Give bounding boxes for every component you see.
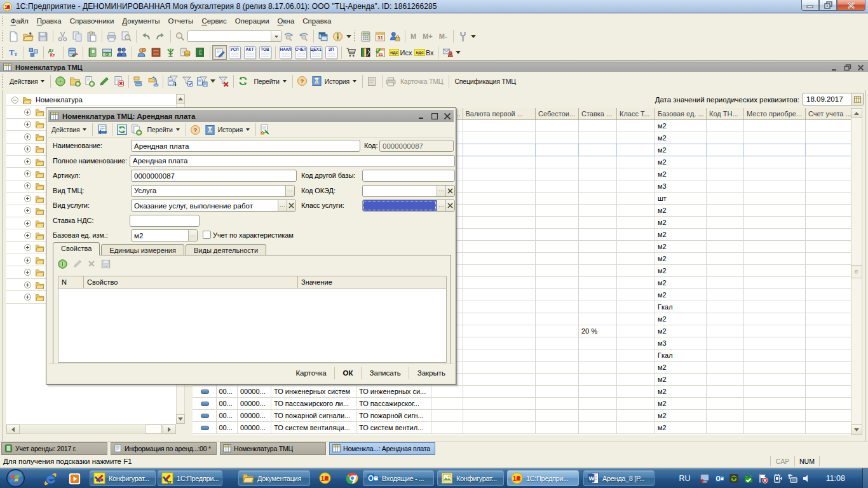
expand-icon[interactable] [24,220,31,227]
prop-add-button[interactable] [57,259,68,269]
memory-button-М-[interactable]: М- [436,32,451,40]
edit-item-button[interactable] [97,74,111,88]
tree-horizontal-scrollbar[interactable] [6,424,176,434]
debit-credit-button[interactable] [46,45,60,60]
toolbar-dropdown[interactable] [345,29,352,44]
field-value[interactable]: Оказание услуг, выполнение работ [132,200,278,211]
service-field[interactable]: Оказание услуг, выполнение работ... [131,200,296,212]
calculator-button[interactable] [358,29,373,44]
scrollbar-thumb[interactable] [145,424,162,434]
expand-icon[interactable] [24,121,31,128]
cabinet-button[interactable] [149,45,163,60]
class-field[interactable]: ... [362,200,455,212]
taskbar-button[interactable]: Документация [238,470,310,486]
taskbar-button[interactable] [339,470,365,486]
select-button[interactable]: ... [278,200,287,211]
filter-history-button[interactable] [194,74,209,88]
doc-button-УСЛ[interactable]: УСЛ [227,45,242,60]
table-header-cell[interactable]: Базовая ед. ... [655,108,707,119]
vat-field[interactable] [130,215,200,227]
scroll-right-button[interactable] [163,424,176,434]
taskbar-button[interactable]: Аренда_8 [Р... [583,470,654,486]
field-value[interactable]: 0000000087 [380,140,453,151]
expand-icon[interactable] [24,257,31,264]
expand-icon[interactable] [24,109,31,116]
paste-button[interactable] [85,29,99,44]
filter-history-dropdown[interactable] [209,74,216,89]
dialog-button[interactable]: Карточка [287,367,334,379]
expand-icon[interactable] [24,146,31,152]
mdi-minimize-button[interactable] [831,64,838,71]
find-button[interactable] [173,29,187,44]
expand-icon[interactable] [24,195,31,202]
expand-icon[interactable] [24,170,31,177]
card-tmc-button[interactable]: Карточка ТМЦ [397,78,446,85]
toolbar-grip[interactable] [1,30,6,42]
delete-item-button[interactable] [111,74,126,88]
expand-icon[interactable] [24,133,31,140]
mdi-window-tab[interactable]: Учет аренды: 2017 г. [1,442,107,455]
user-lock-button[interactable] [388,29,402,44]
expand-icon[interactable] [24,281,31,288]
help-button[interactable] [295,74,309,88]
periodic-date-field[interactable]: 18.09.2017 [803,93,864,105]
refresh-form-button[interactable] [114,123,129,137]
copy-item-button[interactable] [82,74,97,88]
person-support-button[interactable] [134,45,149,60]
structure-button[interactable] [258,123,273,137]
redo-button[interactable] [153,29,168,44]
flag-error-tray-icon[interactable] [758,473,768,484]
table-vertical-scrollbar[interactable] [851,108,862,435]
taskbar-button[interactable]: 1С:Предпри... [507,470,579,486]
taskbar-button[interactable]: Входящие - ... [363,470,434,486]
menubar-grip[interactable] [1,16,6,25]
doc-button-ТОВ[interactable]: ТОВ [257,45,273,60]
prop-col-n[interactable]: N [58,276,84,288]
prop-col-value[interactable]: Значение [298,276,446,288]
toolbar-dropdown[interactable] [455,45,462,60]
plant-button[interactable] [163,45,178,60]
hierarchy-view-button[interactable] [131,74,146,88]
taskbar-button[interactable]: Конфигурат... [437,470,504,486]
clear-button[interactable] [445,200,454,211]
combo-dropdown-button[interactable] [271,31,281,41]
window-list-button[interactable] [316,29,330,44]
dialog-help-button[interactable] [188,123,203,137]
plug-tray-icon[interactable] [773,473,783,484]
otherbase-field[interactable] [362,170,455,182]
clear-button[interactable] [287,200,295,211]
cubes-button[interactable] [26,45,41,60]
calendar-button[interactable] [373,29,388,44]
clear-button[interactable] [445,186,454,196]
table-row[interactable]: 00... 00000... ТО систем вентиляци... ТО… [193,422,851,434]
history-button[interactable] [309,74,324,88]
table-header-cell[interactable]: Ставка ... [579,108,617,119]
copy-add-button[interactable] [129,123,144,137]
mdi-window-titlebar[interactable]: Номенклатура ТМЦ [0,62,868,72]
dialog-history-menu-button[interactable]: История [217,123,253,137]
doc-button-СЧЕТ[interactable]: СЧЕТ [293,45,308,60]
safe-button[interactable] [193,45,207,60]
doc-button-АКТ[interactable]: АКТ [242,45,257,60]
print-button[interactable] [104,29,119,44]
table-header-cell[interactable]: Валюта первой ... [463,108,536,119]
field-value[interactable]: 0000000087 [132,170,296,181]
table-row[interactable]: 00... 00000... ТО инженерных систем ТО и… [193,386,851,398]
language-indicator[interactable]: RU [679,474,691,483]
prop-col-property[interactable]: Свойство [84,276,298,288]
name-field[interactable]: Арендная плата [131,140,360,152]
scroll-up-button[interactable] [851,108,862,118]
menu-item[interactable]: Правка [32,15,65,27]
dialog-tab[interactable]: Единицы измерения [101,244,184,255]
print-preview-button[interactable] [119,29,133,44]
code-field[interactable]: 0000000087 [379,140,454,152]
expand-icon[interactable] [24,269,31,276]
toolbar-grip[interactable] [1,74,6,87]
internet-explorer-button[interactable] [42,470,58,487]
money-button[interactable] [100,45,114,60]
table-row[interactable]: 00... 00000... ТО пожарной сигнали... ТО… [193,410,851,422]
menu-item[interactable]: Документы [118,15,164,27]
field-value[interactable]: м2 [132,230,188,241]
media-player-button[interactable] [66,470,83,487]
wrench-button[interactable] [456,29,470,44]
